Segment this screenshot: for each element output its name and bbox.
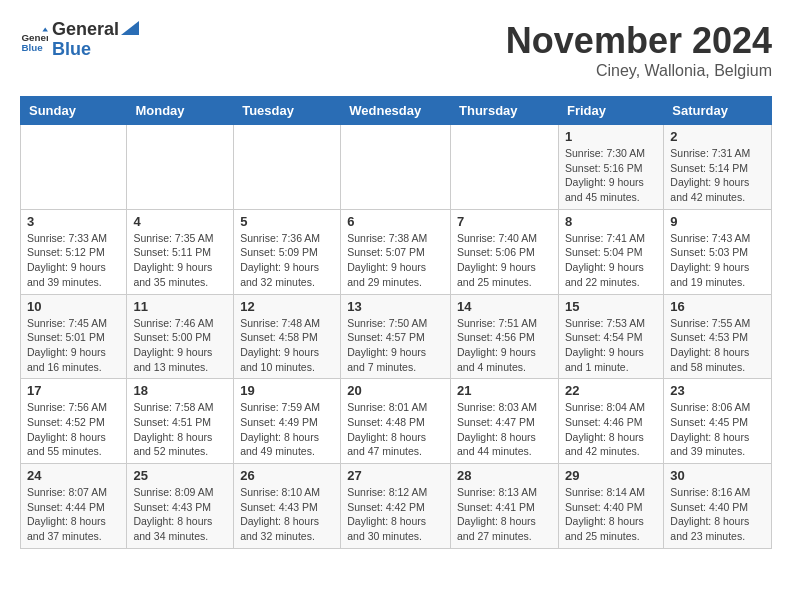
day-info: Sunrise: 7:46 AM Sunset: 5:00 PM Dayligh…	[133, 316, 227, 375]
header-day-wednesday: Wednesday	[341, 97, 451, 125]
day-number: 7	[457, 214, 552, 229]
day-number: 11	[133, 299, 227, 314]
calendar-cell: 30Sunrise: 8:16 AM Sunset: 4:40 PM Dayli…	[664, 464, 772, 549]
svg-marker-1	[42, 27, 48, 31]
calendar-week-row: 24Sunrise: 8:07 AM Sunset: 4:44 PM Dayli…	[21, 464, 772, 549]
day-info: Sunrise: 7:45 AM Sunset: 5:01 PM Dayligh…	[27, 316, 120, 375]
calendar-cell: 25Sunrise: 8:09 AM Sunset: 4:43 PM Dayli…	[127, 464, 234, 549]
day-number: 10	[27, 299, 120, 314]
day-info: Sunrise: 8:04 AM Sunset: 4:46 PM Dayligh…	[565, 400, 657, 459]
day-number: 22	[565, 383, 657, 398]
day-info: Sunrise: 8:10 AM Sunset: 4:43 PM Dayligh…	[240, 485, 334, 544]
calendar-cell	[234, 125, 341, 210]
day-info: Sunrise: 7:36 AM Sunset: 5:09 PM Dayligh…	[240, 231, 334, 290]
calendar-cell: 19Sunrise: 7:59 AM Sunset: 4:49 PM Dayli…	[234, 379, 341, 464]
day-info: Sunrise: 7:41 AM Sunset: 5:04 PM Dayligh…	[565, 231, 657, 290]
calendar-cell: 3Sunrise: 7:33 AM Sunset: 5:12 PM Daylig…	[21, 209, 127, 294]
calendar-cell: 10Sunrise: 7:45 AM Sunset: 5:01 PM Dayli…	[21, 294, 127, 379]
day-info: Sunrise: 8:14 AM Sunset: 4:40 PM Dayligh…	[565, 485, 657, 544]
logo-blue-text: Blue	[52, 40, 119, 60]
day-info: Sunrise: 8:09 AM Sunset: 4:43 PM Dayligh…	[133, 485, 227, 544]
day-info: Sunrise: 7:55 AM Sunset: 4:53 PM Dayligh…	[670, 316, 765, 375]
day-number: 17	[27, 383, 120, 398]
day-info: Sunrise: 7:33 AM Sunset: 5:12 PM Dayligh…	[27, 231, 120, 290]
header-day-saturday: Saturday	[664, 97, 772, 125]
logo-icon: General Blue	[20, 26, 48, 54]
calendar-cell: 16Sunrise: 7:55 AM Sunset: 4:53 PM Dayli…	[664, 294, 772, 379]
calendar-cell: 27Sunrise: 8:12 AM Sunset: 4:42 PM Dayli…	[341, 464, 451, 549]
day-number: 19	[240, 383, 334, 398]
day-number: 2	[670, 129, 765, 144]
day-info: Sunrise: 8:16 AM Sunset: 4:40 PM Dayligh…	[670, 485, 765, 544]
header-day-friday: Friday	[558, 97, 663, 125]
title-area: November 2024 Ciney, Wallonia, Belgium	[506, 20, 772, 80]
calendar-cell: 18Sunrise: 7:58 AM Sunset: 4:51 PM Dayli…	[127, 379, 234, 464]
day-number: 28	[457, 468, 552, 483]
header: General Blue General Blue November 2024 …	[20, 20, 772, 80]
calendar-cell: 5Sunrise: 7:36 AM Sunset: 5:09 PM Daylig…	[234, 209, 341, 294]
calendar-cell: 9Sunrise: 7:43 AM Sunset: 5:03 PM Daylig…	[664, 209, 772, 294]
calendar-cell	[21, 125, 127, 210]
day-number: 30	[670, 468, 765, 483]
calendar-week-row: 17Sunrise: 7:56 AM Sunset: 4:52 PM Dayli…	[21, 379, 772, 464]
svg-marker-3	[121, 21, 139, 35]
day-info: Sunrise: 7:40 AM Sunset: 5:06 PM Dayligh…	[457, 231, 552, 290]
day-number: 27	[347, 468, 444, 483]
calendar-cell: 12Sunrise: 7:48 AM Sunset: 4:58 PM Dayli…	[234, 294, 341, 379]
calendar-cell: 29Sunrise: 8:14 AM Sunset: 4:40 PM Dayli…	[558, 464, 663, 549]
header-day-monday: Monday	[127, 97, 234, 125]
calendar-cell: 23Sunrise: 8:06 AM Sunset: 4:45 PM Dayli…	[664, 379, 772, 464]
header-day-thursday: Thursday	[451, 97, 559, 125]
day-number: 12	[240, 299, 334, 314]
day-info: Sunrise: 7:56 AM Sunset: 4:52 PM Dayligh…	[27, 400, 120, 459]
day-number: 16	[670, 299, 765, 314]
calendar-cell: 20Sunrise: 8:01 AM Sunset: 4:48 PM Dayli…	[341, 379, 451, 464]
calendar-cell: 28Sunrise: 8:13 AM Sunset: 4:41 PM Dayli…	[451, 464, 559, 549]
day-number: 14	[457, 299, 552, 314]
day-info: Sunrise: 7:43 AM Sunset: 5:03 PM Dayligh…	[670, 231, 765, 290]
day-info: Sunrise: 7:50 AM Sunset: 4:57 PM Dayligh…	[347, 316, 444, 375]
day-info: Sunrise: 8:03 AM Sunset: 4:47 PM Dayligh…	[457, 400, 552, 459]
calendar-week-row: 10Sunrise: 7:45 AM Sunset: 5:01 PM Dayli…	[21, 294, 772, 379]
calendar-cell	[127, 125, 234, 210]
day-number: 1	[565, 129, 657, 144]
calendar-cell: 7Sunrise: 7:40 AM Sunset: 5:06 PM Daylig…	[451, 209, 559, 294]
location-title: Ciney, Wallonia, Belgium	[506, 62, 772, 80]
day-number: 26	[240, 468, 334, 483]
day-info: Sunrise: 7:53 AM Sunset: 4:54 PM Dayligh…	[565, 316, 657, 375]
day-number: 18	[133, 383, 227, 398]
day-number: 6	[347, 214, 444, 229]
calendar-cell: 22Sunrise: 8:04 AM Sunset: 4:46 PM Dayli…	[558, 379, 663, 464]
calendar-cell: 26Sunrise: 8:10 AM Sunset: 4:43 PM Dayli…	[234, 464, 341, 549]
calendar-header-row: SundayMondayTuesdayWednesdayThursdayFrid…	[21, 97, 772, 125]
calendar-cell: 4Sunrise: 7:35 AM Sunset: 5:11 PM Daylig…	[127, 209, 234, 294]
header-day-tuesday: Tuesday	[234, 97, 341, 125]
day-number: 29	[565, 468, 657, 483]
logo-arrow-icon	[121, 21, 139, 35]
month-title: November 2024	[506, 20, 772, 62]
day-info: Sunrise: 8:01 AM Sunset: 4:48 PM Dayligh…	[347, 400, 444, 459]
day-info: Sunrise: 7:58 AM Sunset: 4:51 PM Dayligh…	[133, 400, 227, 459]
calendar-cell: 15Sunrise: 7:53 AM Sunset: 4:54 PM Dayli…	[558, 294, 663, 379]
logo-general-text: General	[52, 20, 119, 38]
calendar-cell: 21Sunrise: 8:03 AM Sunset: 4:47 PM Dayli…	[451, 379, 559, 464]
calendar-cell: 6Sunrise: 7:38 AM Sunset: 5:07 PM Daylig…	[341, 209, 451, 294]
calendar-body: 1Sunrise: 7:30 AM Sunset: 5:16 PM Daylig…	[21, 125, 772, 549]
calendar-cell: 2Sunrise: 7:31 AM Sunset: 5:14 PM Daylig…	[664, 125, 772, 210]
day-info: Sunrise: 8:07 AM Sunset: 4:44 PM Dayligh…	[27, 485, 120, 544]
day-number: 15	[565, 299, 657, 314]
day-number: 21	[457, 383, 552, 398]
day-info: Sunrise: 8:12 AM Sunset: 4:42 PM Dayligh…	[347, 485, 444, 544]
calendar-week-row: 3Sunrise: 7:33 AM Sunset: 5:12 PM Daylig…	[21, 209, 772, 294]
calendar-cell: 14Sunrise: 7:51 AM Sunset: 4:56 PM Dayli…	[451, 294, 559, 379]
svg-text:Blue: Blue	[21, 42, 43, 53]
day-number: 24	[27, 468, 120, 483]
calendar-cell: 17Sunrise: 7:56 AM Sunset: 4:52 PM Dayli…	[21, 379, 127, 464]
day-number: 3	[27, 214, 120, 229]
day-number: 25	[133, 468, 227, 483]
logo: General Blue General Blue	[20, 20, 119, 60]
day-info: Sunrise: 7:59 AM Sunset: 4:49 PM Dayligh…	[240, 400, 334, 459]
calendar-cell	[451, 125, 559, 210]
day-info: Sunrise: 8:06 AM Sunset: 4:45 PM Dayligh…	[670, 400, 765, 459]
header-day-sunday: Sunday	[21, 97, 127, 125]
